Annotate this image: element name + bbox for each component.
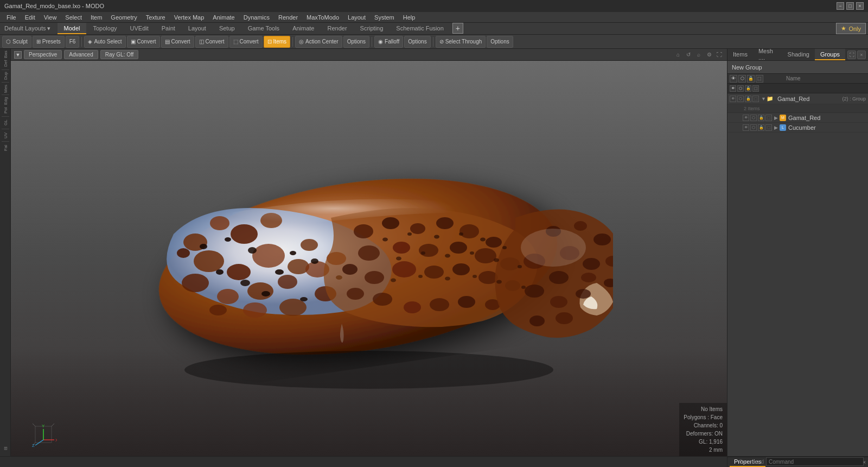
svg-point-19 bbox=[243, 302, 267, 318]
item-render-icon[interactable]: ⬡ bbox=[750, 115, 757, 121]
new-group-bar[interactable]: New Group bbox=[727, 61, 868, 74]
menu-help[interactable]: Help bbox=[399, 13, 420, 22]
rpanel-tab-groups[interactable]: Groups bbox=[815, 49, 845, 60]
options-button-3[interactable]: Options bbox=[487, 36, 513, 48]
sidebar-tool-basic[interactable]: Bas bbox=[1, 50, 10, 59]
menu-layout[interactable]: Layout bbox=[343, 13, 370, 22]
rpanel-tab-shading[interactable]: Shading bbox=[782, 49, 815, 60]
tab-uvedit[interactable]: UVEdit bbox=[124, 23, 155, 34]
action-center-button[interactable]: ◎ Action Center bbox=[295, 36, 342, 48]
maximize-button[interactable]: □ bbox=[846, 2, 854, 10]
menu-render[interactable]: Render bbox=[274, 13, 302, 22]
gh-icon-1: 👁 bbox=[730, 75, 737, 83]
convert-button-4[interactable]: ⬚ Convert bbox=[229, 36, 263, 48]
tab-paint[interactable]: Paint bbox=[155, 23, 182, 34]
menu-system[interactable]: System bbox=[370, 13, 399, 22]
menu-vertex-map[interactable]: Vertex Map bbox=[170, 13, 209, 22]
rpanel-close-icon[interactable]: × bbox=[857, 51, 866, 59]
viewport-home-icon[interactable]: ⌂ bbox=[674, 51, 682, 59]
viewport-canvas[interactable]: X Y Z No Items Polygons : Face Channels:… bbox=[11, 61, 727, 456]
item-lock-icon-2[interactable]: 🔒 bbox=[758, 124, 764, 131]
convert-button-3[interactable]: ◫ Convert bbox=[195, 36, 228, 48]
sidebar-tool-polygon[interactable]: Pol bbox=[1, 106, 10, 115]
menu-texture[interactable]: Texture bbox=[142, 13, 170, 22]
only-button[interactable]: ★ Only bbox=[836, 23, 866, 34]
options-button-1[interactable]: Options bbox=[343, 36, 369, 48]
viewport-toggle[interactable]: ▼ bbox=[14, 51, 22, 59]
viewport-expand-icon[interactable]: ⛶ bbox=[715, 51, 724, 59]
convert-button-2[interactable]: ▤ Convert bbox=[161, 36, 194, 48]
f6-button[interactable]: F6 bbox=[66, 36, 80, 48]
menu-select[interactable]: Select bbox=[61, 13, 86, 22]
minimize-button[interactable]: − bbox=[837, 2, 844, 10]
rpanel-expand-icon[interactable]: ⛶ bbox=[847, 51, 856, 59]
sidebar-tool-duplicate[interactable]: Dup bbox=[1, 72, 10, 80]
menu-view[interactable]: View bbox=[40, 13, 61, 22]
tab-schematic-fusion[interactable]: Schematic Fusion bbox=[390, 23, 450, 34]
cmd-label: Command bbox=[739, 459, 764, 465]
menu-item[interactable]: Item bbox=[86, 13, 106, 22]
group-expand-icon[interactable]: ▼ bbox=[761, 96, 767, 102]
svg-point-69 bbox=[525, 285, 544, 298]
item-solo-icon-2[interactable]: ⬚ bbox=[765, 124, 772, 131]
tab-layout[interactable]: Layout bbox=[182, 23, 213, 34]
sidebar-tool-mesh[interactable]: Mes bbox=[1, 84, 10, 93]
tab-scripting[interactable]: Scripting bbox=[354, 23, 390, 34]
viewport-raygl-button[interactable]: Ray GL: Off bbox=[100, 50, 139, 59]
menu-file[interactable]: File bbox=[2, 13, 21, 22]
viewport-search-icon[interactable]: ⌕ bbox=[694, 51, 703, 59]
sidebar-tool-bottom[interactable]: ⊟ bbox=[1, 444, 10, 453]
item-solo-icon[interactable]: ⬚ bbox=[765, 115, 772, 121]
item-visibility-icon[interactable]: 👁 bbox=[743, 115, 749, 121]
right-panel: Items Mesh .... Shading Groups ⛶ × New G… bbox=[727, 49, 868, 456]
sidebar-tool-edge[interactable]: Edg bbox=[1, 97, 10, 105]
group-lock-icon[interactable]: 🔒 bbox=[745, 96, 751, 102]
menu-maxtomode[interactable]: MaxToModo bbox=[302, 13, 343, 22]
sidebar-tool-falloff[interactable]: Fal bbox=[1, 143, 10, 152]
close-button[interactable]: × bbox=[856, 2, 864, 10]
rpanel-tab-items[interactable]: Items bbox=[727, 49, 753, 60]
auto-select-button[interactable]: ◈ Auto Select bbox=[84, 36, 125, 48]
item-lock-icon[interactable]: 🔒 bbox=[758, 115, 764, 121]
viewport-perspective-button[interactable]: Perspective bbox=[24, 50, 62, 59]
item-row-gamat-red-mesh[interactable]: 👁 ⬡ 🔒 ⬚ ▶ M Gamat_Red bbox=[727, 113, 868, 123]
tab-setup[interactable]: Setup bbox=[213, 23, 241, 34]
group-visibility-icon[interactable]: 👁 bbox=[730, 96, 736, 102]
viewport-settings-icon[interactable]: ⚙ bbox=[705, 51, 713, 59]
sidebar-tool-gl[interactable]: GL bbox=[1, 118, 10, 127]
tab-game-tools[interactable]: Game Tools bbox=[241, 23, 286, 34]
group-solo-icon[interactable]: ⬚ bbox=[752, 96, 759, 102]
menu-dynamics[interactable]: Dynamics bbox=[239, 13, 274, 22]
default-layouts-dropdown[interactable]: Default Layouts ▾ bbox=[2, 23, 53, 34]
items-button[interactable]: ⊡ Items bbox=[264, 36, 290, 48]
menu-edit[interactable]: Edit bbox=[21, 13, 40, 22]
tab-model[interactable]: Model bbox=[58, 23, 87, 34]
group-row-gamat-red[interactable]: 👁 ⬡ 🔒 ⬚ ▼ 📁 Gamat_Red (2) : Group bbox=[727, 93, 868, 104]
item-render-icon-2[interactable]: ⬡ bbox=[750, 124, 757, 131]
rpanel-tab-mesh[interactable]: Mesh .... bbox=[753, 49, 782, 60]
item-visibility-icon-2[interactable]: 👁 bbox=[743, 124, 749, 131]
presets-button[interactable]: ⊞ Presets bbox=[33, 36, 65, 48]
options-button-2[interactable]: Options bbox=[404, 36, 430, 48]
menu-geometry[interactable]: Geometry bbox=[106, 13, 141, 22]
svg-point-56 bbox=[347, 288, 364, 300]
convert-button-1[interactable]: ▣ Convert bbox=[127, 36, 160, 48]
item-row-cucumber[interactable]: 👁 ⬡ 🔒 ⬚ ▶ L Cucumber bbox=[727, 123, 868, 132]
tab-topology[interactable]: Topology bbox=[86, 23, 123, 34]
tab-render[interactable]: Render bbox=[321, 23, 353, 34]
sidebar-tool-deform[interactable]: Def bbox=[1, 59, 10, 68]
command-input[interactable] bbox=[766, 457, 864, 466]
svg-point-59 bbox=[593, 234, 611, 245]
add-layout-tab-button[interactable]: + bbox=[452, 23, 463, 34]
viewport-refresh-icon[interactable]: ↺ bbox=[684, 51, 693, 59]
select-through-button[interactable]: ⊘ Select Through bbox=[436, 36, 486, 48]
viewport-advanced-button[interactable]: Advanced bbox=[64, 50, 98, 59]
svg-point-18 bbox=[279, 299, 307, 316]
tab-animate[interactable]: Animate bbox=[286, 23, 321, 34]
menu-animate[interactable]: Animate bbox=[208, 13, 239, 22]
group-render-icon[interactable]: ⬡ bbox=[737, 96, 744, 102]
cmd-area: Command bbox=[739, 457, 864, 466]
sidebar-tool-uv[interactable]: UV bbox=[1, 131, 10, 140]
falloff-button[interactable]: ◉ Falloff bbox=[374, 36, 403, 48]
sculpt-button[interactable]: ⬡ Sculpt bbox=[2, 36, 31, 48]
